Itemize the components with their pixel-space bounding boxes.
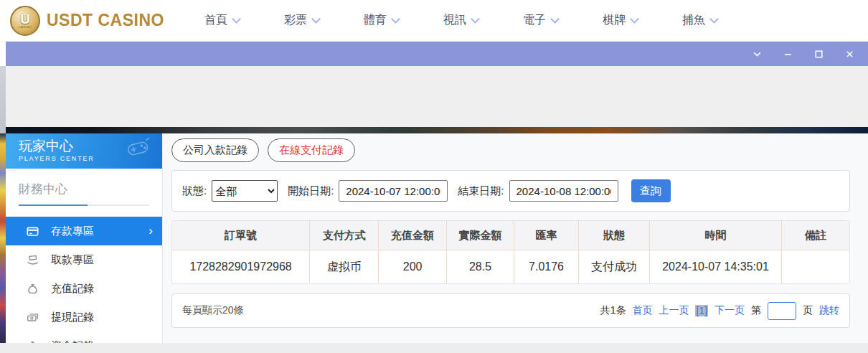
table-header-row: 訂單號支付方式充值金額實際金額匯率狀態時間備註 [172,221,849,250]
first-page-link[interactable]: 首页 [632,304,652,317]
col-header-5: 狀態 [578,221,649,250]
jump-suffix-label: 页 [803,304,813,317]
col-header-4: 匯率 [514,221,579,250]
sidebar-item-label: 取款專區 [51,253,94,267]
search-button[interactable]: 查詢 [631,179,671,202]
chevron-down-icon [550,14,560,24]
cell-r0-c0: 1728282901972968 [172,250,310,284]
nav-item-2[interactable]: 體育 [364,13,399,28]
chevron-down-icon [471,14,480,24]
withdraw-money-icon [27,254,39,266]
nav-item-3[interactable]: 視訊 [443,13,478,28]
col-header-6: 時間 [649,221,781,250]
start-date-label: 開始日期: [288,184,334,198]
col-header-3: 實際金額 [446,221,514,250]
nav-item-6[interactable]: 捕魚 [682,13,717,28]
cell-r0-c5: 支付成功 [578,250,649,284]
end-date-input[interactable] [509,180,618,202]
col-header-0: 訂單號 [172,221,310,250]
table-body: 1728282901972968虚拟币20028.57.0176支付成功2024… [172,250,849,284]
nav-item-4[interactable]: 電子 [523,13,558,28]
chevron-down-icon[interactable] [751,48,763,60]
end-date-label: 結束日期: [458,184,504,198]
site-logo[interactable]: U CASINO USDT CASINO [10,6,164,36]
nav-item-0[interactable]: 首頁 [204,13,240,28]
sidebar-item-3[interactable]: 提現記錄 [6,303,162,331]
next-page-link[interactable]: 下一页 [714,304,745,317]
total-count-text: 共1条 [600,304,626,317]
records-table-wrap: 訂單號支付方式充值金額實際金額匯率狀態時間備註 1728282901972968… [171,220,850,284]
table-row: 1728282901972968虚拟币20028.57.0176支付成功2024… [172,250,849,284]
nav-item-label: 彩票 [284,13,307,28]
status-label: 狀態: [182,184,207,198]
cell-r0-c4: 7.0176 [514,250,579,284]
nav-item-1[interactable]: 彩票 [284,13,319,28]
page-size-text: 每頁顯示20條 [182,304,244,317]
jump-button[interactable]: 跳转 [819,304,839,317]
pagination-panel: 每頁顯示20條 共1条 首页 上一页 [1] 下一页 第 页 跳转 [171,293,850,328]
sidebar-item-0[interactable]: 存款專區› [6,217,162,245]
logo-badge-text: CASINO [19,25,32,29]
sidebar-item-label: 存款專區 [51,225,94,238]
col-header-7: 備註 [782,221,849,250]
nav-items: 首頁彩票體育視訊電子棋牌捕魚 [204,13,717,28]
start-date-input[interactable] [339,180,448,202]
sidebar-item-2[interactable]: 充值記錄 [6,274,162,303]
window-body-area [6,66,868,127]
players-center-banner: 玩家中心 PLAYERS CENTER [6,133,162,169]
bottom-strip [0,343,868,353]
window-titlebar [6,42,868,66]
cell-r0-c1: 虚拟币 [310,250,379,284]
background-edge-top [0,66,6,133]
nav-item-label: 首頁 [204,13,227,28]
minimize-icon[interactable] [782,48,793,60]
sidebar-item-label: 提現記錄 [51,311,94,324]
records-table: 訂單號支付方式充值金額實際金額匯率狀態時間備註 1728282901972968… [172,221,849,283]
chevron-down-icon [311,14,321,24]
nav-item-label: 視訊 [443,13,466,28]
tab-1[interactable]: 在線支付記錄 [268,138,355,162]
page: U CASINO USDT CASINO 首頁彩票體育視訊電子棋牌捕魚 玩家中心… [0,0,868,353]
page-jump-input[interactable] [768,302,796,320]
current-page-indicator: [1] [695,305,708,316]
status-select[interactable]: 全部 [212,180,278,202]
nav-item-label: 體育 [364,13,387,28]
banner-edge-strip [6,127,868,133]
prev-page-link[interactable]: 上一页 [659,304,689,317]
record-tabs: 公司入款記錄在線支付記錄 [171,138,850,162]
chevron-right-icon: › [148,225,153,237]
background-edge [0,133,6,343]
sidebar-item-label: 充值記錄 [51,282,94,296]
chevron-down-icon [391,14,400,24]
bank-card-icon [27,225,39,237]
sidebar: 玩家中心 PLAYERS CENTER 財務中心 存款專區›取款專區充值記錄提現… [6,133,163,343]
col-header-2: 充值金額 [379,221,446,250]
banknotes-icon [27,311,39,324]
col-header-1: 支付方式 [310,221,379,250]
sidebar-section: 財務中心 [6,169,162,206]
jump-prefix-label: 第 [751,304,761,317]
tab-0[interactable]: 公司入款記錄 [171,138,259,162]
filter-panel: 狀態: 全部 開始日期: 結束日期: 查詢 [171,170,850,212]
cell-r0-c2: 200 [379,250,446,284]
sidebar-item-4[interactable]: 資金記錄 [6,331,162,343]
section-title: 財務中心 [19,181,149,197]
section-underline [19,204,149,206]
pager: 共1条 首页 上一页 [1] 下一页 第 页 跳转 [600,302,839,320]
nav-item-label: 棋牌 [603,13,626,28]
close-icon[interactable] [844,48,855,60]
sidebar-item-1[interactable]: 取款專區 [6,245,162,274]
sidebar-menu: 存款專區›取款專區充值記錄提現記錄資金記錄 [6,217,162,343]
maximize-icon[interactable] [813,48,824,60]
cell-r0-c7 [782,250,849,284]
main-area: 玩家中心 PLAYERS CENTER 財務中心 存款專區›取款專區充值記錄提現… [6,133,868,343]
chevron-down-icon [709,14,719,24]
moneybag-icon [27,283,39,295]
top-navbar: U CASINO USDT CASINO 首頁彩票體育視訊電子棋牌捕魚 [0,0,868,42]
chevron-down-icon [232,14,241,24]
logo-text: USDT CASINO [47,11,164,30]
nav-item-label: 捕魚 [682,13,705,28]
nav-item-5[interactable]: 棋牌 [603,13,638,28]
logo-letter: U [20,13,30,25]
cell-r0-c6: 2024-10-07 14:35:01 [649,250,781,284]
